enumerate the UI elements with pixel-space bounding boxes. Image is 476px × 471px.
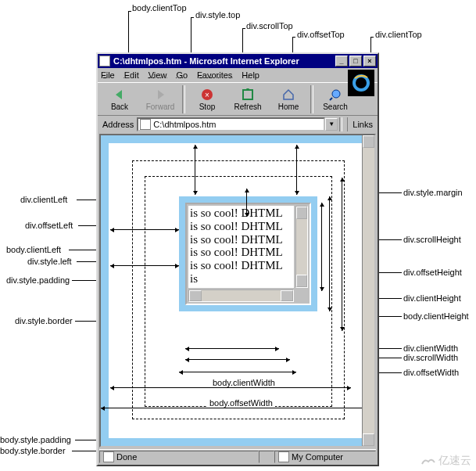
label-div-offsettop: div.offsetTop bbox=[297, 30, 345, 39]
stop-button[interactable]: × Stop bbox=[187, 84, 227, 114]
label-div-clientheight: div.clientHeight bbox=[403, 293, 461, 303]
ie-logo-icon bbox=[348, 70, 374, 96]
refresh-label: Refresh bbox=[234, 102, 261, 111]
refresh-button[interactable]: Refresh bbox=[227, 84, 268, 114]
label-body-clientheight: body.clientHeight bbox=[403, 311, 469, 321]
forward-button[interactable]: Forward bbox=[140, 84, 181, 114]
label-div-offsetwidth: div.offsetWidth bbox=[403, 368, 459, 377]
div-client-box: is so cool! DHTML is so cool! DHTML is s… bbox=[185, 203, 311, 305]
address-dropdown-button[interactable]: ▼ bbox=[325, 118, 338, 131]
back-icon bbox=[113, 88, 127, 102]
label-div-scrollheight: div.scrollHeight bbox=[403, 235, 461, 244]
browser-window: C:\dhtmlpos.htm - Microsoft Internet Exp… bbox=[96, 52, 379, 466]
svg-point-4 bbox=[332, 90, 340, 98]
label-div-style-padding: div.style.padding bbox=[6, 275, 70, 285]
arrow-div-offsettop bbox=[296, 145, 297, 195]
div-content: is so cool! DHTML is so cool! DHTML is s… bbox=[188, 206, 294, 288]
arrow-div-scrollheight bbox=[342, 178, 342, 331]
svg-rect-3 bbox=[243, 90, 252, 99]
document-viewport: is so cool! DHTML is so cool! DHTML is s… bbox=[99, 134, 376, 448]
watermark-text: 亿速云 bbox=[438, 454, 471, 468]
div-vertical-scrollbar[interactable] bbox=[295, 206, 308, 288]
app-icon bbox=[99, 56, 110, 67]
arrow-div-style-top bbox=[195, 145, 195, 195]
back-button[interactable]: Back bbox=[99, 84, 140, 114]
label-div-style-border: div.style.border bbox=[15, 316, 73, 325]
menu-edit[interactable]: Edit bbox=[124, 70, 139, 80]
div-horizontal-scrollbar[interactable] bbox=[188, 289, 294, 302]
label-div-scrolltop: div.scrollTop bbox=[246, 21, 293, 31]
minimize-button[interactable]: _ bbox=[335, 56, 348, 67]
stop-label: Stop bbox=[199, 102, 216, 111]
label-body-clientwidth: body.clientWidth bbox=[210, 378, 277, 387]
address-label: Address bbox=[102, 120, 134, 129]
menu-favorites[interactable]: Favorites bbox=[197, 70, 232, 80]
arrow-div-scrolltop bbox=[246, 189, 247, 217]
label-div-clienttop: div.clientTop bbox=[375, 30, 422, 39]
watermark: 亿速云 bbox=[420, 454, 471, 468]
stop-icon: × bbox=[200, 88, 214, 102]
home-icon bbox=[281, 88, 295, 102]
label-div-clientwidth: div.clientWidth bbox=[403, 343, 458, 353]
arrow-div-offsetleft bbox=[110, 229, 179, 230]
body-vertical-scrollbar[interactable] bbox=[362, 135, 374, 446]
label-div-offsetleft: div.offsetLeft bbox=[25, 221, 73, 230]
arrow-div-offsetheight bbox=[329, 196, 330, 311]
arrow-body-offsetwidth bbox=[101, 408, 374, 408]
address-value: C:\dhtmlpos.htm bbox=[153, 120, 216, 129]
status-done: Done bbox=[116, 452, 137, 462]
page-icon bbox=[140, 119, 151, 130]
address-bar: Address C:\dhtmlpos.htm ▼ Links bbox=[98, 115, 378, 132]
search-label: Search bbox=[323, 102, 348, 111]
status-pane-left: Done bbox=[99, 451, 259, 463]
menu-file[interactable]: File bbox=[101, 70, 115, 80]
menu-view[interactable]: View bbox=[149, 70, 167, 80]
arrow-div-clientwidth bbox=[185, 348, 279, 349]
label-div-style-margin: div.style.margin bbox=[403, 188, 463, 197]
arrow-div-clientheight bbox=[321, 203, 322, 291]
label-body-style-padding: body.style.padding bbox=[0, 435, 71, 444]
status-pane-zone: My Computer bbox=[274, 451, 376, 463]
arrow-div-offsetwidth bbox=[179, 372, 296, 372]
document-body: is so cool! DHTML is so cool! DHTML is s… bbox=[109, 143, 367, 438]
arrow-div-style-left bbox=[110, 265, 179, 266]
arrow-div-scrollwidth bbox=[185, 359, 290, 360]
label-div-offsetheight: div.offsetHeight bbox=[403, 268, 462, 277]
svg-text:×: × bbox=[205, 91, 209, 99]
status-pane-mid bbox=[259, 451, 274, 463]
forward-label: Forward bbox=[146, 102, 175, 111]
label-div-scrollwidth: div.scrollWidth bbox=[403, 353, 458, 362]
menu-help[interactable]: Help bbox=[242, 70, 259, 80]
home-label: Home bbox=[278, 102, 299, 111]
label-div-style-left: div.style.left bbox=[27, 257, 72, 266]
window-title: C:\dhtmlpos.htm - Microsoft Internet Exp… bbox=[113, 56, 334, 66]
titlebar: C:\dhtmlpos.htm - Microsoft Internet Exp… bbox=[98, 54, 378, 68]
statusbar: Done My Computer bbox=[99, 449, 376, 463]
toolbar: Back Forward × Stop Refresh Home Search bbox=[98, 82, 378, 115]
close-button[interactable]: × bbox=[363, 56, 376, 67]
arrow-body-clientwidth bbox=[110, 387, 351, 388]
done-icon bbox=[103, 451, 114, 462]
back-label: Back bbox=[111, 102, 128, 111]
home-button[interactable]: Home bbox=[268, 84, 309, 114]
label-body-clienttop: body.clientTop bbox=[132, 3, 187, 13]
label-body-offsetwidth: body.offsetWidth bbox=[207, 398, 275, 408]
computer-icon bbox=[278, 451, 289, 462]
maximize-button[interactable]: □ bbox=[349, 56, 362, 67]
forward-icon bbox=[153, 88, 167, 102]
label-body-style-border: body.style.border bbox=[0, 446, 66, 455]
label-div-clientleft: div.clientLeft bbox=[20, 195, 67, 204]
menu-go[interactable]: Go bbox=[176, 70, 188, 80]
links-button[interactable]: Links bbox=[347, 117, 373, 131]
label-body-clientleft: body.clientLeft bbox=[6, 245, 61, 254]
status-zone: My Computer bbox=[292, 452, 343, 462]
refresh-icon bbox=[241, 88, 255, 102]
address-field[interactable]: C:\dhtmlpos.htm bbox=[137, 117, 325, 131]
label-div-style-top: div.style.top bbox=[195, 10, 240, 20]
menubar: File Edit View Go Favorites Help bbox=[98, 68, 378, 82]
search-icon bbox=[328, 88, 342, 102]
